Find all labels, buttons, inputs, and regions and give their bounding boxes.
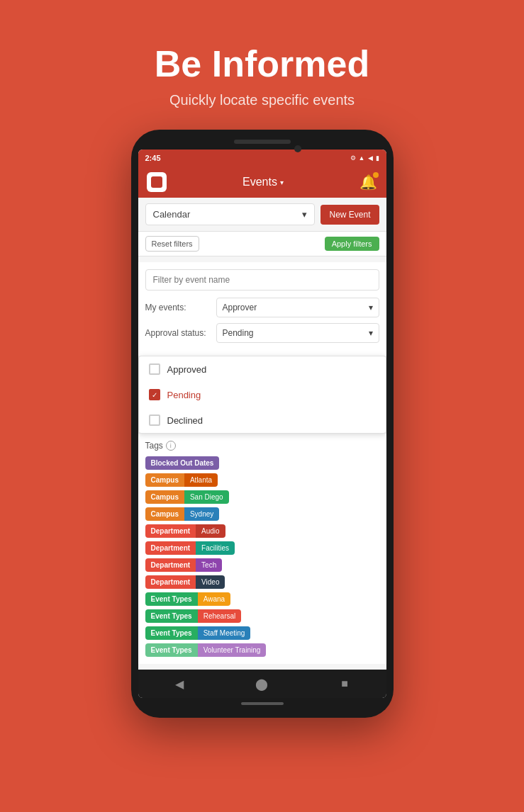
tag-category-dept-facilities: Department xyxy=(145,541,196,555)
pending-checkbox[interactable] xyxy=(149,389,160,400)
list-item[interactable]: Blocked Out Dates xyxy=(145,456,379,470)
toolbar-title-text: Events xyxy=(243,176,277,188)
tag-blocked-out-dates: Blocked Out Dates xyxy=(145,456,220,470)
apply-filters-button[interactable]: Apply filters xyxy=(325,237,379,251)
home-button[interactable]: ⬤ xyxy=(247,670,276,698)
tag-value-sydney: Sydney xyxy=(184,507,219,521)
approval-dropdown-overlay: Approved Pending Declined xyxy=(138,356,386,434)
new-event-button[interactable]: New Event xyxy=(320,205,379,225)
tag-value-audio: Audio xyxy=(196,524,225,538)
dropdown-item-declined[interactable]: Declined xyxy=(139,407,386,433)
tag-category-eventtype-volunteertraining: Event Types xyxy=(145,643,198,657)
list-item[interactable]: Department Facilities xyxy=(145,541,379,555)
tag-value-tech: Tech xyxy=(196,558,222,572)
tag-value-sandiego: San Diego xyxy=(184,490,229,504)
tag-category-campus-atlanta: Campus xyxy=(145,473,184,487)
hero-subtitle: Quickly locate specific events xyxy=(169,92,355,108)
tag-value-video: Video xyxy=(196,575,225,589)
list-item[interactable]: Event Types Awana xyxy=(145,592,379,606)
approved-checkbox[interactable] xyxy=(149,363,160,375)
status-icons: ⚙ ▲ ◀ ▮ xyxy=(350,154,379,162)
back-button[interactable]: ◀ xyxy=(165,670,194,698)
status-bar: 2:45 ⚙ ▲ ◀ ▮ xyxy=(138,150,386,167)
recents-button[interactable]: ■ xyxy=(330,670,359,698)
tag-value-atlanta: Atlanta xyxy=(184,473,218,487)
signal-icon: ◀ xyxy=(368,154,373,162)
my-events-chevron-icon: ▾ xyxy=(369,303,373,312)
app-toolbar: Events ▾ 🔔 xyxy=(138,167,386,198)
list-item[interactable]: Event Types Staff Meeting xyxy=(145,626,379,640)
declined-checkbox[interactable] xyxy=(149,415,160,426)
tag-category-eventtype-staffmeeting: Event Types xyxy=(145,626,198,640)
tag-category-eventtype-awana: Event Types xyxy=(145,592,198,606)
my-events-label: My events: xyxy=(145,303,216,312)
dropdown-arrow-icon: ▾ xyxy=(302,209,307,220)
list-item[interactable]: Department Audio xyxy=(145,524,379,538)
logo-inner xyxy=(151,176,162,188)
filter-bar: Reset filters Apply filters xyxy=(138,231,386,256)
toolbar-title: Events ▾ xyxy=(243,176,284,188)
filter-name-input[interactable] xyxy=(145,269,379,291)
tag-category-dept-audio: Department xyxy=(145,524,196,538)
phone-speaker xyxy=(234,140,291,144)
my-events-value: Approver xyxy=(223,303,257,312)
calendar-row: Calendar ▾ New Event xyxy=(145,203,379,225)
tags-text: Tags xyxy=(145,441,163,451)
list-item[interactable]: Event Types Volunteer Training xyxy=(145,643,379,657)
tags-container: Blocked Out Dates Campus Atlanta Campus … xyxy=(145,456,379,657)
list-item[interactable]: Department Video xyxy=(145,575,379,589)
my-events-dropdown[interactable]: Approver ▾ xyxy=(216,298,379,317)
tag-value-staffmeeting: Staff Meeting xyxy=(198,626,251,640)
tag-value-facilities: Facilities xyxy=(196,541,235,555)
tags-section: Tags i Blocked Out Dates Campus Atlanta xyxy=(138,434,386,664)
tag-category-campus-sandiego: Campus xyxy=(145,490,184,504)
filters-section: My events: Approver ▾ Approval status: P… xyxy=(138,262,386,356)
phone-shell: 2:45 ⚙ ▲ ◀ ▮ Events ▾ 🔔 xyxy=(131,130,394,718)
phone-screen: 2:45 ⚙ ▲ ◀ ▮ Events ▾ 🔔 xyxy=(138,150,386,698)
tag-category-campus-sydney: Campus xyxy=(145,507,184,521)
list-item[interactable]: Event Types Rehearsal xyxy=(145,609,379,623)
reset-filters-button[interactable]: Reset filters xyxy=(145,236,199,252)
battery-icon: ▮ xyxy=(376,154,379,162)
list-item[interactable]: Campus Atlanta xyxy=(145,473,379,487)
dropdown-item-pending[interactable]: Pending xyxy=(139,382,386,407)
approval-status-value: Pending xyxy=(223,328,254,338)
notification-badge xyxy=(373,172,379,178)
approval-status-dropdown[interactable]: Pending ▾ xyxy=(216,323,379,343)
list-item[interactable]: Campus Sydney xyxy=(145,507,379,521)
chevron-down-icon[interactable]: ▾ xyxy=(280,179,284,186)
phone-camera xyxy=(294,145,301,152)
declined-label: Declined xyxy=(167,415,204,426)
phone-home-bar xyxy=(241,702,284,705)
tag-value-rehearsal: Rehearsal xyxy=(198,609,242,623)
approval-status-row: Approval status: Pending ▾ xyxy=(145,323,379,343)
app-logo xyxy=(147,172,167,192)
my-events-row: My events: Approver ▾ xyxy=(145,298,379,317)
pending-label: Pending xyxy=(167,390,201,400)
dropdown-item-approved[interactable]: Approved xyxy=(139,356,386,382)
tag-value-volunteertraining: Volunteer Training xyxy=(198,643,267,657)
hero-title: Be Informed xyxy=(155,43,369,85)
tag-category-dept-tech: Department xyxy=(145,558,196,572)
approval-status-chevron-icon: ▾ xyxy=(369,328,373,338)
wifi-icon: ▲ xyxy=(359,154,365,162)
tag-category-eventtype-rehearsal: Event Types xyxy=(145,609,198,623)
status-time: 2:45 xyxy=(145,154,161,162)
info-icon: i xyxy=(166,441,176,451)
bottom-nav: ◀ ⬤ ■ xyxy=(138,670,386,698)
content-area: Calendar ▾ New Event Reset filters Apply… xyxy=(138,198,386,670)
calendar-value: Calendar xyxy=(153,209,191,220)
tag-value-awana: Awana xyxy=(198,592,230,606)
tags-label: Tags i xyxy=(145,441,379,451)
bell-button[interactable]: 🔔 xyxy=(359,174,377,191)
settings-icon: ⚙ xyxy=(350,154,356,162)
calendar-dropdown[interactable]: Calendar ▾ xyxy=(145,203,316,225)
list-item[interactable]: Department Tech xyxy=(145,558,379,572)
tag-category-dept-video: Department xyxy=(145,575,196,589)
list-item[interactable]: Campus San Diego xyxy=(145,490,379,504)
approved-label: Approved xyxy=(167,364,207,375)
approval-status-label: Approval status: xyxy=(145,328,216,338)
